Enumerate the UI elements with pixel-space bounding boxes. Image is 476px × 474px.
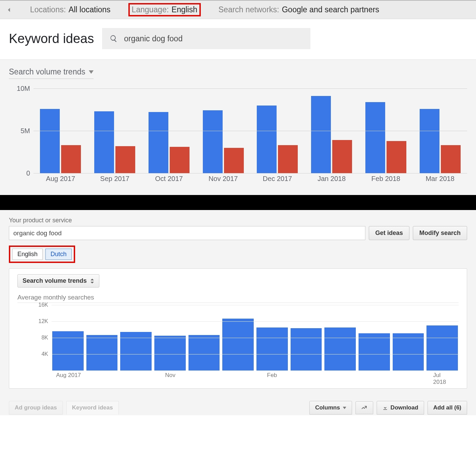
y-tick: 5M xyxy=(9,127,33,135)
header-row: Keyword ideas xyxy=(0,19,476,60)
legacy-section: Your product or service Get ideas Modify… xyxy=(0,210,476,415)
bar-series-a xyxy=(94,111,114,173)
bar-series-a xyxy=(149,112,168,173)
language-label: Language: xyxy=(132,5,169,14)
trends-title-text: Search volume trends xyxy=(9,67,85,76)
bar xyxy=(324,327,356,371)
x-tick: Dec 2017 xyxy=(250,175,305,183)
filter-language[interactable]: Language: English xyxy=(128,3,201,16)
x-tick: Jul 2018 xyxy=(433,372,450,386)
bar-series-b xyxy=(387,141,406,173)
x-tick: Mar 2018 xyxy=(413,175,467,183)
line-chart-icon xyxy=(361,405,367,411)
download-button[interactable]: Download xyxy=(377,401,424,415)
bar xyxy=(256,327,288,371)
bar-series-a xyxy=(257,106,277,173)
trends-dropdown[interactable]: Search volume trends xyxy=(9,67,94,79)
lang-tab-english[interactable]: English xyxy=(12,249,43,260)
add-all-button[interactable]: Add all (6) xyxy=(428,401,467,415)
trends-chart: 05M10M Aug 2017Sep 2017Oct 2017Nov 2017D… xyxy=(9,88,467,183)
get-ideas-button[interactable]: Get ideas xyxy=(369,226,409,240)
filter-bar: Locations: All locations Language: Engli… xyxy=(0,0,476,19)
y-tick: 0 xyxy=(9,169,33,177)
language-value: English xyxy=(171,5,197,14)
x-tick: Nov 2017 xyxy=(196,175,250,183)
chart-toggle-button[interactable] xyxy=(355,401,373,414)
bar xyxy=(222,319,254,371)
networks-label: Search networks: xyxy=(219,5,279,14)
x-tick: Nov xyxy=(165,372,176,379)
bar xyxy=(393,333,424,371)
x-tick: Feb 2018 xyxy=(359,175,413,183)
x-tick: Aug 2017 xyxy=(33,175,88,183)
trends-card: Search volume trends Average monthly sea… xyxy=(9,268,467,389)
y-tick: 8K xyxy=(17,335,52,341)
bar-series-a xyxy=(203,110,223,173)
bar xyxy=(154,336,186,371)
bar xyxy=(52,331,84,371)
y-tick: 16K xyxy=(17,302,52,308)
y-tick: 12K xyxy=(17,318,52,324)
columns-button[interactable]: Columns xyxy=(309,401,352,415)
bar-series-b xyxy=(441,145,461,173)
bar xyxy=(86,335,118,371)
bar-series-b xyxy=(278,145,298,173)
divider-band xyxy=(0,195,476,210)
y-tick: 4K xyxy=(17,351,52,357)
back-icon[interactable] xyxy=(6,7,12,13)
chevron-down-icon xyxy=(89,70,94,74)
bar-series-a xyxy=(40,109,60,173)
search-icon xyxy=(110,34,118,43)
x-tick: Feb xyxy=(267,372,277,379)
x-tick: Jan 2018 xyxy=(305,175,359,183)
bar-series-b xyxy=(115,146,135,173)
download-icon xyxy=(382,405,388,410)
filter-networks[interactable]: Search networks: Google and search partn… xyxy=(216,4,381,15)
bar xyxy=(188,335,220,371)
x-tick: Oct 2017 xyxy=(142,175,196,183)
bar-series-b xyxy=(332,140,352,173)
product-label: Your product or service xyxy=(9,217,467,224)
language-tabs: English Dutch xyxy=(9,246,75,263)
bar xyxy=(291,328,322,371)
filter-locations[interactable]: Locations: All locations xyxy=(28,4,113,15)
avg-searches-title: Average monthly searches xyxy=(17,294,459,301)
tab-keyword-ideas[interactable]: Keyword ideas xyxy=(66,401,119,415)
locations-label: Locations: xyxy=(30,5,66,14)
product-input[interactable] xyxy=(9,226,365,240)
lang-tab-dutch[interactable]: Dutch xyxy=(45,249,72,260)
trends-card-dropdown[interactable]: Search volume trends xyxy=(17,274,99,288)
bar-series-a xyxy=(420,109,439,173)
networks-value: Google and search partners xyxy=(282,5,379,14)
modify-search-button[interactable]: Modify search xyxy=(413,226,467,240)
bar xyxy=(359,333,390,371)
trends-section: Search volume trends 05M10M Aug 2017Sep … xyxy=(0,60,476,195)
bar-series-b xyxy=(61,145,81,173)
search-box[interactable] xyxy=(102,28,310,49)
bar-series-a xyxy=(311,96,331,173)
x-tick: Aug 2017 xyxy=(56,372,81,379)
bar-series-a xyxy=(365,102,385,173)
tab-ad-group-ideas[interactable]: Ad group ideas xyxy=(9,401,63,415)
bar-series-b xyxy=(224,148,244,173)
sort-updown-icon xyxy=(90,279,94,283)
form-row: Get ideas Modify search xyxy=(9,226,467,240)
x-tick: Sep 2017 xyxy=(88,175,142,183)
locations-value: All locations xyxy=(69,5,111,14)
footer-row: Ad group ideas Keyword ideas Columns Dow… xyxy=(9,401,467,415)
download-label: Download xyxy=(391,404,418,411)
chevron-down-icon xyxy=(343,407,346,409)
bar-series-b xyxy=(170,147,190,173)
columns-label: Columns xyxy=(315,404,340,411)
bar xyxy=(426,325,458,371)
avg-searches-chart: 4K8K12K16K Aug 2017NovFebJul 2018 xyxy=(17,305,459,380)
trends-card-dd-label: Search volume trends xyxy=(23,277,87,284)
search-input[interactable] xyxy=(124,34,303,43)
y-tick: 10M xyxy=(9,85,33,93)
page-title: Keyword ideas xyxy=(9,31,94,46)
